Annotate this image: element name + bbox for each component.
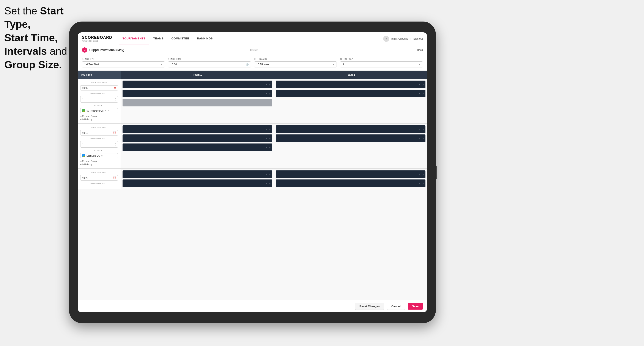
- table-row: STARTING TIME: 10:20 ⏰ STARTING HOLE: ✕ …: [78, 169, 427, 189]
- slot-edit-icon[interactable]: ⊙: [268, 146, 270, 149]
- group1-starting-time-input[interactable]: 10:00 ⏰: [80, 85, 118, 90]
- slot-edit-icon[interactable]: ⊙: [268, 92, 270, 95]
- slot-edit-icon[interactable]: ⊙: [268, 128, 270, 131]
- list-item: ✕ ⊙: [276, 125, 426, 133]
- start-time-select[interactable]: 10:00 🕐: [168, 61, 251, 67]
- group1-starting-hole-label: STARTING HOLE:: [80, 92, 118, 94]
- intervals-arrow-icon: ▼: [332, 63, 334, 66]
- slot-x-icon[interactable]: ✕: [418, 137, 420, 140]
- slot-x-icon[interactable]: ✕: [418, 173, 420, 176]
- nav-right: ● blair@clippd.io | Sign out: [383, 36, 423, 42]
- nav-tournaments[interactable]: TOURNAMENTS: [119, 32, 149, 45]
- slot-edit-icon[interactable]: ⊙: [422, 182, 424, 185]
- group2-team1-slot1-actions: ✕ ⊙: [265, 128, 270, 131]
- slot-edit-icon[interactable]: ⊙: [422, 137, 424, 140]
- group2-starting-hole-input[interactable]: 1 ▲ ▼: [80, 141, 118, 148]
- group1-course-name: (A) Peachtree GC: [86, 110, 104, 112]
- table-row: STARTING TIME: 10:10 ⏰ STARTING HOLE: 1 …: [78, 124, 427, 169]
- group1-time-value: 10:00: [82, 87, 88, 89]
- intervals-select[interactable]: 10 Minutes ▼: [254, 61, 337, 67]
- nav-teams[interactable]: TEAMS: [149, 32, 168, 45]
- nav-rankings[interactable]: RANKINGS: [193, 32, 216, 45]
- group2-time-value: 10:10: [82, 132, 88, 134]
- group1-hole-arrows: ▲ ▼: [114, 97, 116, 101]
- group2-add-group-link[interactable]: + Add Group: [80, 163, 118, 166]
- start-type-select[interactable]: 1st Tee Start ▼: [82, 61, 165, 67]
- group3-starting-hole-label: STARTING HOLE:: [80, 182, 118, 184]
- group3-starting-time-input[interactable]: 10:20 ⏰: [80, 175, 118, 180]
- tablet-side-button: [436, 166, 437, 179]
- slot-edit-icon[interactable]: ⊙: [422, 173, 424, 176]
- slot-edit-icon[interactable]: ⊙: [268, 182, 270, 185]
- tee-time-header: Tee Time: [78, 71, 121, 79]
- intervals-value: 10 Minutes: [256, 63, 269, 66]
- slot-x-icon[interactable]: ✕: [418, 92, 420, 95]
- slot-x-icon[interactable]: ✕: [265, 83, 267, 86]
- group2-starting-hole-label: STARTING HOLE:: [80, 137, 118, 139]
- slot-x-icon[interactable]: ✕: [265, 92, 267, 95]
- back-link[interactable]: Back: [417, 48, 423, 51]
- slot-x-icon[interactable]: ✕: [265, 137, 267, 140]
- intervals-label: Intervals: [254, 58, 337, 60]
- group2-left: STARTING TIME: 10:10 ⏰ STARTING HOLE: 1 …: [78, 124, 121, 168]
- slot-edit-icon[interactable]: ⊙: [422, 92, 424, 95]
- start-time-label: Start Time: [168, 58, 251, 60]
- group1-hole-value: 1: [82, 98, 84, 101]
- group2-course-close-icon[interactable]: ×: [101, 155, 102, 157]
- group2-starting-time-input[interactable]: 10:10 ⏰: [80, 130, 118, 136]
- group1-team2-slot1-actions: ✕ ⊙: [418, 83, 424, 86]
- group-size-select[interactable]: 3 ▼: [340, 61, 423, 67]
- list-item: ✕ ⊙: [122, 179, 272, 187]
- group3-team2-slot1-actions: ✕ ⊙: [418, 173, 424, 176]
- group2-course-label: COURSE:: [80, 149, 118, 152]
- group1-actions: ○ Remove Group + Add Group: [80, 115, 118, 121]
- group3-team2-col: ✕ ⊙ ✕ ⊙: [274, 169, 427, 189]
- nav-committee[interactable]: COMMITTEE: [168, 32, 193, 45]
- instruction-line2: Start Time,: [4, 32, 58, 43]
- group1-remove-group-link[interactable]: ○ Remove Group: [80, 115, 118, 117]
- tournament-name[interactable]: Clippd Invitational (May): [89, 48, 248, 52]
- group1-time-arrows: ⏰: [114, 87, 116, 89]
- top-nav: SCOREBOARD Powered by clippd TOURNAMENTS…: [78, 32, 427, 45]
- group1-starting-hole-input[interactable]: 1 ▲ ▼: [80, 96, 118, 103]
- group1-course-label: COURSE:: [80, 104, 118, 106]
- tablet-screen: SCOREBOARD Powered by clippd TOURNAMENTS…: [78, 32, 427, 312]
- list-item: [122, 99, 272, 106]
- group-size-group: Group Size 3 ▼: [340, 58, 423, 67]
- group1-left: STARTING TIME: 10:00 ⏰ STARTING HOLE: 1 …: [78, 79, 121, 123]
- slot-edit-icon[interactable]: ⊙: [268, 83, 270, 86]
- sign-out-link[interactable]: Sign out: [413, 37, 423, 40]
- list-item: ✕ ⊙: [276, 171, 426, 178]
- list-item: ✕ ⊙: [122, 171, 272, 178]
- slot-x-icon[interactable]: ✕: [418, 83, 420, 86]
- slot-x-icon[interactable]: ✕: [265, 182, 267, 185]
- group1-course-close-icon[interactable]: ×: [108, 109, 109, 112]
- slot-x-icon[interactable]: ✕: [265, 173, 267, 176]
- slot-x-icon[interactable]: ✕: [265, 128, 267, 131]
- tablet-frame: SCOREBOARD Powered by clippd TOURNAMENTS…: [69, 21, 436, 323]
- group3-team1-col: ✕ ⊙ ✕ ⊙: [121, 169, 274, 189]
- controls-bar: Start Type 1st Tee Start ▼ Start Time 10…: [78, 55, 427, 71]
- slot-edit-icon[interactable]: ⊙: [268, 173, 270, 176]
- reset-changes-button[interactable]: Reset Changes: [355, 303, 384, 310]
- save-button[interactable]: Save: [408, 303, 423, 310]
- nav-separator: |: [410, 37, 411, 40]
- group2-starting-time-label: STARTING TIME:: [80, 126, 118, 128]
- list-item: ✕ ⊙: [122, 125, 272, 133]
- slot-edit-icon[interactable]: ⊙: [422, 128, 424, 131]
- group3-left: STARTING TIME: 10:20 ⏰ STARTING HOLE:: [78, 169, 121, 189]
- slot-edit-icon[interactable]: ⊙: [268, 137, 270, 140]
- instruction-line4: Group Size.: [4, 59, 62, 70]
- slot-x-icon[interactable]: ✕: [418, 182, 420, 185]
- group3-time-clock: ⏰: [113, 176, 116, 179]
- user-avatar: ●: [383, 36, 389, 42]
- cancel-button[interactable]: Cancel: [387, 303, 405, 310]
- slot-edit-icon[interactable]: ⊙: [422, 83, 424, 86]
- group2-remove-group-link[interactable]: ○ Remove Group: [80, 160, 118, 163]
- start-type-label: Start Type: [82, 58, 165, 60]
- start-time-clock-icon: 🕐: [246, 63, 248, 66]
- group2-team1-slot2-actions: ✕ ⊙: [265, 137, 270, 140]
- slot-x-icon[interactable]: ✕: [418, 128, 420, 131]
- group1-add-group-link[interactable]: + Add Group: [80, 118, 118, 121]
- slot-x-icon[interactable]: ✕: [265, 146, 267, 149]
